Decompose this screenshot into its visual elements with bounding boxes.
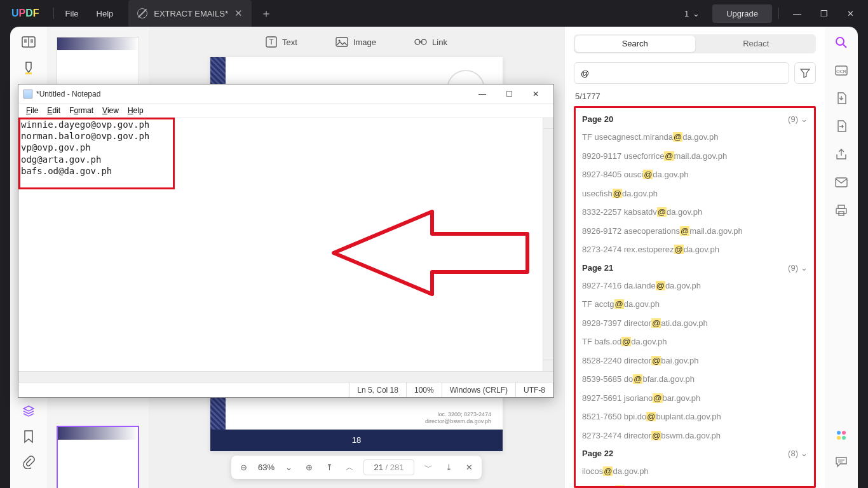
status-zoom: 100% xyxy=(407,383,442,397)
comment-icon[interactable] xyxy=(834,455,848,469)
close-icon[interactable]: ✕ xyxy=(839,9,862,18)
menu-file[interactable]: File xyxy=(57,9,88,18)
maximize-icon[interactable]: ☐ xyxy=(496,86,522,102)
close-tab-icon[interactable]: ✕ xyxy=(234,8,243,19)
app-topbar: UPDF File Help EXTRACT EMAILS* ✕ ＋ 1 ⌄ U… xyxy=(0,0,868,27)
upgrade-button[interactable]: Upgrade xyxy=(712,4,772,23)
search-result-item[interactable]: 8332-2257 kabsatdv@da.gov.ph xyxy=(577,203,813,222)
minimize-icon[interactable]: — xyxy=(785,9,809,18)
tool-link[interactable]: Link xyxy=(414,37,447,47)
search-result-item[interactable]: 8273-2474 director@bswm.da.gov.ph xyxy=(577,426,813,445)
search-result-item[interactable]: 8920-9117 usecforrice@mail.da.gov.ph xyxy=(577,147,813,166)
prev-page-icon[interactable]: ︿ xyxy=(343,461,356,474)
np-menu-format[interactable]: Format xyxy=(65,105,97,116)
first-page-icon[interactable]: ⤒ xyxy=(323,461,336,474)
tab-search[interactable]: Search xyxy=(575,36,695,52)
search-result-item[interactable]: 8521-7650 bpi.do@buplant.da.gov.ph xyxy=(577,407,813,426)
search-result-item[interactable]: 8927-5691 jsoriano@bar.gov.ph xyxy=(577,389,813,408)
edit-toolbar: TText Image Link xyxy=(149,27,564,57)
svg-text:T: T xyxy=(269,38,274,46)
attachment-icon[interactable] xyxy=(22,455,36,469)
zoom-dropdown-icon[interactable]: ⌄ xyxy=(282,461,295,474)
search-result-item[interactable]: usecfish@da.gov.ph xyxy=(577,184,813,203)
notepad-content[interactable]: winnie.dayego@ovp.gov.ph norman.baloro@o… xyxy=(18,118,553,178)
result-page-header[interactable]: Page 22(8) ⌄ xyxy=(577,445,813,462)
page-input[interactable]: 21 / 281 xyxy=(363,459,414,475)
page-indicator[interactable]: 1 ⌄ xyxy=(675,9,709,18)
ai-icon[interactable] xyxy=(834,428,848,442)
status-spacer xyxy=(18,383,349,397)
email-icon[interactable] xyxy=(834,175,848,189)
highlighter-icon[interactable] xyxy=(22,61,36,75)
tab-icon xyxy=(137,8,147,18)
maximize-icon[interactable]: ❐ xyxy=(813,9,836,18)
thumbnail-selected[interactable]: 18 xyxy=(57,426,139,488)
search-result-item[interactable]: 8927-7416 da.iande@da.gov.ph xyxy=(577,276,813,295)
search-result-item[interactable]: 8927-8405 ousci@da.gov.ph xyxy=(577,165,813,184)
search-result-item[interactable]: 8928-7397 director@ati.da.gov.ph xyxy=(577,314,813,333)
tool-image[interactable]: Image xyxy=(336,37,376,47)
search-result-item[interactable]: 8926-9172 asecoperations@mail.da.gov.ph xyxy=(577,222,813,241)
zoom-value[interactable]: 63% xyxy=(258,463,275,472)
search-result-item[interactable]: 8528-2240 director@bai.gov.ph xyxy=(577,351,813,370)
search-result-item[interactable]: ored.rfo2@da.gov.ph xyxy=(577,481,813,489)
svg-point-15 xyxy=(837,431,841,435)
notepad-titlebar[interactable]: *Untitled - Notepad — ☐ ✕ xyxy=(18,85,553,104)
bookmark-icon[interactable] xyxy=(22,430,36,444)
notepad-window[interactable]: *Untitled - Notepad — ☐ ✕ File Edit Form… xyxy=(18,84,554,398)
search-input[interactable] xyxy=(574,62,789,84)
np-menu-edit[interactable]: Edit xyxy=(43,105,64,116)
svg-text:OCR: OCR xyxy=(836,69,846,74)
tool-text[interactable]: TText xyxy=(266,36,297,48)
zoom-out-icon[interactable]: ⊖ xyxy=(238,461,250,474)
app-logo: UPDF xyxy=(0,8,51,19)
scrollbar-horizontal[interactable] xyxy=(18,371,553,382)
reader-mode-icon[interactable] xyxy=(22,36,36,50)
close-icon[interactable]: ✕ xyxy=(523,86,548,102)
search-panel: Search Redact 5/1777 Page 20(9) ⌄TF usec… xyxy=(564,27,825,488)
filter-icon[interactable] xyxy=(794,62,816,84)
result-page-header[interactable]: Page 21(9) ⌄ xyxy=(577,259,813,276)
svg-rect-12 xyxy=(838,205,844,208)
status-cursor: Ln 5, Col 18 xyxy=(349,383,407,397)
notepad-body[interactable]: winnie.dayego@ovp.gov.ph norman.baloro@o… xyxy=(18,118,553,382)
next-page-icon[interactable]: ﹀ xyxy=(422,461,435,474)
result-page-header[interactable]: Page 20(9) ⌄ xyxy=(577,111,813,128)
document-tab[interactable]: EXTRACT EMAILS* ✕ xyxy=(128,0,252,27)
zoom-in-icon[interactable]: ⊕ xyxy=(302,461,315,474)
chevron-down-icon: ⌄ xyxy=(693,9,700,18)
tab-redact[interactable]: Redact xyxy=(696,34,817,53)
page-footer: 18 xyxy=(210,430,503,451)
search-result-item[interactable]: ilocos@da.gov.ph xyxy=(577,462,813,481)
search-result-item[interactable]: 8273-2474 rex.estoperez@da.gov.ph xyxy=(577,240,813,259)
new-tab-button[interactable]: ＋ xyxy=(252,6,281,21)
minimize-icon[interactable]: — xyxy=(470,86,495,102)
search-result-item[interactable]: 8539-5685 do@bfar.da.gov.ph xyxy=(577,370,813,389)
convert-icon[interactable] xyxy=(834,119,848,133)
menu-help[interactable]: Help xyxy=(88,9,123,18)
ocr-icon[interactable]: OCR xyxy=(834,64,848,78)
search-result-item[interactable]: TF acctg@da.gov.ph xyxy=(577,295,813,314)
last-page-icon[interactable]: ⤓ xyxy=(442,461,455,474)
scrollbar-vertical[interactable] xyxy=(543,118,553,371)
svg-rect-13 xyxy=(836,208,846,214)
status-eol: Windows (CRLF) xyxy=(442,383,516,397)
np-menu-file[interactable]: File xyxy=(22,105,42,116)
search-result-item[interactable]: TF bafs.od@da.gov.ph xyxy=(577,332,813,351)
notepad-menubar: File Edit Format View Help xyxy=(18,104,553,118)
search-result-item[interactable]: TF usecagnesct.miranda@da.gov.ph xyxy=(577,128,813,147)
layers-icon[interactable] xyxy=(22,404,36,418)
right-rail: OCR xyxy=(825,27,858,488)
np-menu-help[interactable]: Help xyxy=(124,105,147,116)
search-icon[interactable] xyxy=(834,36,848,50)
notepad-statusbar: Ln 5, Col 18 100% Windows (CRLF) UTF-8 xyxy=(18,382,553,397)
close-nav-icon[interactable]: ✕ xyxy=(463,461,475,474)
svg-rect-11 xyxy=(836,178,847,187)
print-icon[interactable] xyxy=(834,203,848,217)
export-icon[interactable] xyxy=(834,92,848,105)
notepad-title: *Untitled - Notepad xyxy=(36,90,100,98)
share-icon[interactable] xyxy=(834,147,848,161)
page-navigator: ⊖ 63% ⌄ ⊕ ⤒ ︿ 21 / 281 ﹀ ⤓ ✕ xyxy=(231,456,482,479)
np-menu-view[interactable]: View xyxy=(98,105,123,116)
page-address-text: loc. 3200; 8273-2474director@bswm.da.gov… xyxy=(425,411,491,426)
